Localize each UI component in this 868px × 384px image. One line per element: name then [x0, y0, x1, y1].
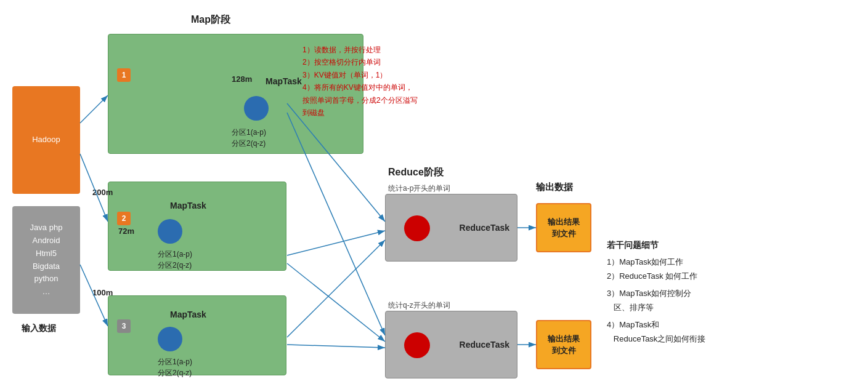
reduce-task-box-1: ReduceTask: [385, 194, 517, 262]
input-orange-box: Hadoop: [12, 86, 80, 194]
size-72m: 72m: [118, 226, 134, 236]
reduce-subtitle-1: 统计a-p开头的单词: [388, 183, 450, 194]
reduce-task-box-2: ReduceTask: [385, 311, 517, 378]
blue-circle-3: [158, 327, 182, 351]
maptask-label-3: MapTask: [170, 310, 206, 319]
notes-item-2: 2）ReduceTask 如何工作: [607, 269, 705, 283]
notes-section: 若干问题细节 1）MapTask如何工作 2）ReduceTask 如何工作 3…: [607, 240, 705, 346]
svg-line-1: [80, 95, 108, 123]
input-orange-text: Hadoop: [32, 134, 60, 146]
svg-line-5: [287, 231, 385, 255]
notes-item-3: 3）MapTask如何控制分 区、排序等: [607, 286, 705, 315]
size-100m: 100m: [92, 288, 113, 297]
notes-title: 若干问题细节: [607, 240, 705, 251]
map-stage-label: Map阶段: [191, 14, 230, 26]
size-200m: 200m: [92, 188, 113, 197]
notes-item-1: 1）MapTask如何工作: [607, 255, 705, 269]
partition-1: 分区1(a-p)分区2(q-z): [232, 127, 266, 149]
maptask-label-1: MapTask: [266, 76, 302, 86]
reduce-subtitle-2: 统计q-z开头的单词: [388, 300, 450, 311]
reduce-task-label-2: ReduceTask: [460, 340, 509, 350]
size-128m: 128m: [232, 74, 252, 84]
diagram: Hadoop Java phpAndroidHtml5Bigdatapython…: [0, 0, 868, 384]
output-section-label: 输出数据: [536, 182, 573, 193]
map-task-box-1: 1 128m MapTask 分区1(a-p)分区2(q-z) 1）读数据，并按…: [108, 34, 363, 154]
badge-3: 3: [117, 319, 131, 333]
partition-3: 分区1(a-p)分区2(q-z): [158, 356, 192, 378]
badge-2: 2: [117, 212, 131, 225]
output-box-2: 输出结果到文件: [536, 320, 591, 369]
red-circle-2: [404, 332, 430, 358]
reduce-stage-label: Reduce阶段: [388, 166, 444, 179]
red-circle-1: [404, 215, 430, 241]
input-gray-text: Java phpAndroidHtml5Bigdatapython…: [30, 222, 63, 298]
output-box-1: 输出结果到文件: [536, 203, 591, 252]
notes-item-4: 4）MapTask和 ReduceTask之间如何衔接: [607, 318, 705, 346]
badge-1: 1: [117, 68, 131, 82]
desc-1: 1）读数据，并按行处理 2）按空格切分行内单词 3）KV键值对（单词，1） 4）…: [302, 44, 420, 119]
svg-line-8: [287, 263, 385, 342]
map-task-box-3: 3 MapTask 分区1(a-p)分区2(q-z): [108, 295, 286, 375]
blue-circle-1: [244, 96, 269, 121]
reduce-task-label-1: ReduceTask: [460, 223, 509, 233]
input-gray-box: Java phpAndroidHtml5Bigdatapython…: [12, 206, 80, 314]
map-task-box-2: 2 72m MapTask 分区1(a-p)分区2(q-z): [108, 182, 286, 271]
input-label: 输入数据: [22, 323, 56, 334]
partition-2: 分区1(a-p)分区2(q-z): [158, 249, 192, 271]
svg-line-9: [287, 345, 385, 348]
maptask-label-2: MapTask: [170, 201, 206, 210]
blue-circle-2: [158, 219, 182, 244]
svg-line-6: [287, 240, 385, 337]
